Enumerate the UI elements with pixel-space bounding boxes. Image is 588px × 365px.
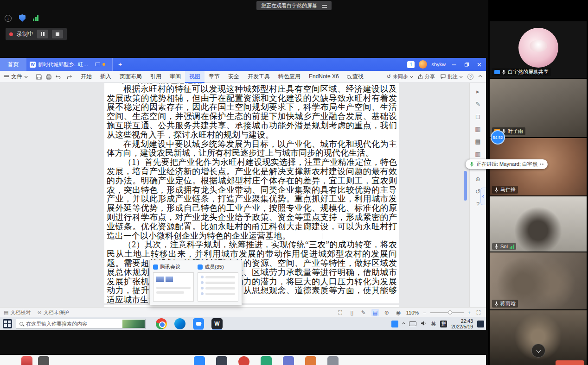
- history-tool-icon[interactable]: ↺: [475, 189, 480, 195]
- proofread-status[interactable]: ▤文档校对: [4, 309, 31, 316]
- meeting-preview-thumbnail[interactable]: [153, 272, 194, 302]
- chart-tool-icon[interactable]: ▥: [475, 151, 480, 157]
- fullscreen-view-icon[interactable]: ⛶: [337, 309, 344, 316]
- window-count-badge[interactable]: 1: [407, 61, 415, 68]
- toolbar-tool-icon[interactable]: [38, 356, 49, 365]
- pause-recording-button[interactable]: [37, 30, 48, 38]
- video-feed-participant[interactable]: Sol: [490, 196, 587, 252]
- members-preview-thumbnail[interactable]: [198, 272, 238, 302]
- wps-restore-icon[interactable]: [462, 60, 471, 69]
- end-meeting-button[interactable]: [556, 360, 584, 365]
- pen-tool-icon[interactable]: ✎: [475, 101, 480, 107]
- toolbar-settings-icon[interactable]: [327, 356, 339, 365]
- select-tool-icon[interactable]: ▸: [476, 88, 479, 95]
- find-button[interactable]: 查找: [343, 73, 367, 81]
- ribbon-tab-devtools[interactable]: 开发工具: [243, 71, 274, 83]
- toolbar-mic-icon[interactable]: [194, 356, 205, 365]
- collapse-videos-button[interactable]: [531, 344, 545, 358]
- sidebar-collapse-tab[interactable]: [480, 188, 486, 205]
- wps-close-icon[interactable]: [475, 60, 483, 69]
- wps-app-icon[interactable]: W: [211, 318, 223, 329]
- meeting-info-icon[interactable]: i: [5, 15, 12, 22]
- collapse-ribbon-icon[interactable]: [479, 75, 482, 78]
- search-highlight-image[interactable]: [122, 320, 145, 328]
- ribbon-tab-security[interactable]: 安全: [224, 71, 243, 83]
- start-button[interactable]: [3, 319, 12, 328]
- fit-window-icon[interactable]: ⛶: [475, 309, 482, 316]
- security-shield-icon[interactable]: [19, 14, 26, 22]
- document-page[interactable]: 4.1 永旺村规划的理念思路 根据永旺村的特征可以发现这种城郊型村庄具有空间区域…: [104, 83, 399, 303]
- web-view-icon[interactable]: ⊕: [383, 309, 390, 316]
- ribbon-tab-view[interactable]: 视图: [185, 71, 205, 83]
- undo-icon[interactable]: [56, 74, 62, 79]
- zoom-slider[interactable]: [430, 312, 464, 313]
- ribbon-tab-references[interactable]: 引用: [146, 71, 166, 83]
- wps-tab-bar: 首页 W 新时代城郊型乡...旺村为例(1) + 1 shykw: [0, 58, 486, 71]
- tray-expand-icon[interactable]: [402, 322, 405, 325]
- zoom-out-button[interactable]: −: [423, 310, 426, 315]
- ribbon-tab-review[interactable]: 审阅: [166, 71, 185, 83]
- preview-meeting-window[interactable]: 腾讯会议: [153, 264, 194, 302]
- help-tool-icon[interactable]: ?: [476, 201, 479, 208]
- insert-tool-icon[interactable]: ⊕: [475, 176, 480, 182]
- toolbar-share-icon[interactable]: [261, 356, 272, 365]
- ribbon-tab-start[interactable]: 开始: [77, 71, 96, 83]
- video-feed-screen-sharer[interactable]: 白宇然的屏幕共享: [490, 21, 587, 78]
- toolbar-camera-icon[interactable]: [216, 356, 227, 365]
- timer-badge[interactable]: 54:52: [491, 130, 505, 145]
- sync-button[interactable]: ↺ 未同步: [387, 73, 412, 80]
- chrome-icon[interactable]: [156, 318, 167, 329]
- ribbon-tab-section[interactable]: 章节: [205, 71, 224, 83]
- ribbon-tab-special[interactable]: 特色应用: [274, 71, 305, 83]
- toolbar-members-icon[interactable]: [283, 356, 294, 365]
- file-menu[interactable]: 文件: [4, 73, 32, 81]
- edge-icon[interactable]: [174, 318, 185, 329]
- video-feed-participant[interactable]: 叶子雨: [490, 79, 587, 137]
- ribbon-tab-pagelayout[interactable]: 页面布局: [115, 71, 146, 83]
- account-avatar[interactable]: [419, 60, 427, 69]
- table-tool-icon[interactable]: ▤: [475, 138, 480, 145]
- new-tab-button[interactable]: +: [115, 60, 125, 69]
- video-feed-participant[interactable]: 蒋雨晗: [490, 252, 587, 309]
- shape-tool-icon[interactable]: ◻: [475, 113, 480, 120]
- video-feed-participant[interactable]: [490, 310, 587, 365]
- redo-icon[interactable]: [66, 74, 72, 79]
- meeting-app-icon[interactable]: [193, 318, 204, 329]
- ribbon-tab-insert[interactable]: 插入: [96, 71, 115, 83]
- eye-protect-icon[interactable]: ◉: [395, 309, 402, 316]
- tab-document[interactable]: W 新时代城郊型乡...旺村为例(1): [26, 58, 113, 71]
- toolbar-record-icon[interactable]: [238, 356, 249, 365]
- ribbon-tab-endnote[interactable]: EndNote X6: [305, 71, 343, 83]
- page-view-icon[interactable]: ▤: [371, 309, 379, 316]
- comment-button[interactable]: 批注: [441, 73, 462, 80]
- tray-app-icon[interactable]: [391, 321, 398, 327]
- scrollbar-thumb[interactable]: [464, 171, 467, 201]
- taskbar-search[interactable]: 在这里输入你要搜索的内容: [16, 319, 146, 329]
- zoom-in-button[interactable]: +: [468, 310, 471, 315]
- stop-recording-button[interactable]: [52, 30, 63, 38]
- print-icon[interactable]: [46, 74, 51, 80]
- toolbar-brush-icon[interactable]: [21, 356, 32, 365]
- share-button[interactable]: 分享: [418, 73, 435, 80]
- account-name[interactable]: shykw: [431, 62, 446, 67]
- ime-indicator[interactable]: 拼: [440, 321, 447, 327]
- banner-menu-icon[interactable]: [322, 4, 327, 8]
- notification-icon[interactable]: [477, 321, 484, 327]
- network-signal-icon[interactable]: [33, 15, 38, 21]
- taskbar-clock[interactable]: 22:43 2022/5/19: [451, 318, 473, 329]
- volume-icon[interactable]: [421, 321, 427, 327]
- grid-tool-icon[interactable]: ▦: [475, 126, 480, 132]
- ink-view-icon[interactable]: ✎: [360, 309, 367, 316]
- zoom-value[interactable]: 110%: [406, 310, 419, 315]
- zoom-slider-knob[interactable]: [448, 310, 452, 315]
- wps-minimize-icon[interactable]: [450, 60, 458, 69]
- toolbar-chat-icon[interactable]: [305, 356, 316, 365]
- keyboard-icon[interactable]: [409, 321, 416, 326]
- protect-status[interactable]: ⊘文档未保护: [37, 309, 69, 316]
- read-layout-icon[interactable]: ▯: [348, 309, 356, 316]
- save-icon[interactable]: [36, 74, 42, 80]
- tab-home[interactable]: 首页: [0, 58, 26, 71]
- help-button[interactable]: ?: [467, 74, 473, 80]
- preview-members-window[interactable]: 成员(35): [198, 264, 238, 302]
- language-indicator[interactable]: 英: [431, 321, 436, 327]
